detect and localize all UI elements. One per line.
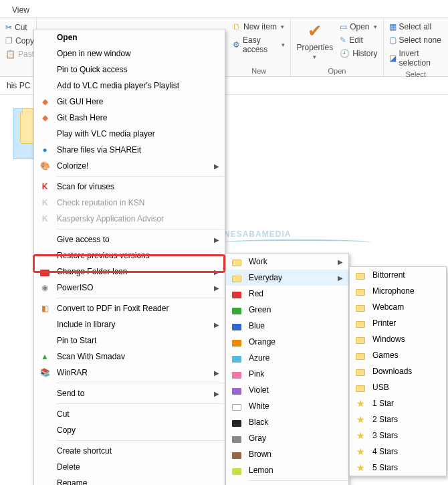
sub2-usb[interactable]: USB	[350, 379, 446, 395]
foxit-icon: ◧	[39, 303, 50, 314]
folder-brown-icon	[231, 449, 242, 460]
sub-red[interactable]: Red	[226, 286, 348, 302]
folder-icon	[355, 270, 366, 280]
ctx-restore-previous[interactable]: Restore previous versions	[34, 248, 225, 264]
new-item-label: New item	[243, 22, 277, 31]
ctx-ksn[interactable]: KCheck reputation in KSN	[34, 195, 225, 211]
invert-selection-button[interactable]: ◪ Invert selection	[389, 47, 443, 69]
folder-orange-icon	[231, 336, 242, 347]
ctx-scan-viruses[interactable]: KScan for viruses	[34, 179, 225, 195]
folder-black-icon	[231, 417, 242, 427]
chevron-right-icon: ▶	[214, 284, 219, 292]
sub2-microphone[interactable]: Microphone	[350, 283, 446, 299]
history-button[interactable]: 🕘 History	[340, 47, 377, 60]
ctx-colorize[interactable]: 🎨Colorize!▶	[34, 158, 225, 174]
select-all-button[interactable]: ▦ Select all	[389, 21, 443, 33]
ctx-winrar[interactable]: 📚WinRAR▶	[34, 365, 225, 381]
ctx-rename[interactable]: Rename	[34, 475, 225, 485]
git-icon: ◆	[39, 112, 50, 123]
properties-button[interactable]: ✔ Properties ▾	[296, 21, 333, 60]
ctx-vlc-add-playlist[interactable]: Add to VLC media player's Playlist	[34, 78, 225, 94]
chevron-right-icon: ▶	[214, 268, 219, 276]
ctx-copy[interactable]: Copy	[34, 422, 225, 438]
easy-access-button[interactable]: ⚙ Easy access ▾	[233, 34, 285, 56]
chevron-down-icon: ▾	[281, 23, 284, 30]
ctx-git-bash[interactable]: ◆Git Bash Here	[34, 110, 225, 126]
select-none-button[interactable]: ▢ Select none	[389, 34, 443, 46]
sub-green[interactable]: Green	[226, 302, 348, 318]
copy-button[interactable]: ❐ Copy	[5, 35, 31, 47]
sub-black[interactable]: Black	[226, 414, 348, 430]
folder-icon	[355, 382, 366, 393]
ribbon-new-group: 🗋 New item ▾ ⚙ Easy access ▾ New	[227, 18, 291, 76]
ctx-send-to[interactable]: Send to▶	[34, 385, 225, 401]
ctx-give-access[interactable]: Give access to▶	[34, 231, 225, 248]
sub-everyday[interactable]: Everyday▶	[226, 270, 348, 286]
ctx-smadav[interactable]: ▲Scan With Smadav	[34, 349, 225, 365]
folder-red-icon	[231, 288, 242, 299]
sub-brown[interactable]: Brown	[226, 446, 348, 462]
sub2-3stars[interactable]: ★3 Stars	[350, 427, 446, 444]
chevron-down-icon: ▾	[374, 23, 377, 30]
sub-orange[interactable]: Orange	[226, 334, 348, 350]
sub2-2stars[interactable]: ★2 Stars	[350, 411, 446, 427]
sub-work[interactable]: Work▶	[226, 254, 348, 270]
open-button[interactable]: ▭ Open ▾	[340, 21, 377, 33]
sub-blue[interactable]: Blue	[226, 318, 348, 334]
sub-violet[interactable]: Violet	[226, 382, 348, 398]
new-item-icon: 🗋	[233, 22, 241, 31]
sub-lemon[interactable]: Lemon	[226, 462, 348, 478]
folder-icon	[231, 256, 242, 267]
ribbon-tabstrip: View	[0, 0, 448, 18]
ctx-delete[interactable]: Delete	[34, 459, 225, 475]
cut-button[interactable]: ✂ Cut	[5, 21, 31, 33]
kaspersky-icon: K	[39, 213, 50, 224]
edit-button[interactable]: ✎ Edit	[340, 34, 377, 46]
chevron-right-icon: ▶	[214, 236, 219, 244]
sub-gray[interactable]: Gray	[226, 430, 348, 446]
ctx-cut[interactable]: Cut	[34, 406, 225, 422]
sub2-5stars[interactable]: ★5 Stars	[350, 460, 446, 476]
ctx-pin-start[interactable]: Pin to Start	[34, 332, 225, 349]
sub-pink[interactable]: Pink	[226, 366, 348, 382]
ctx-shareit[interactable]: ●Share files via SHAREit	[34, 142, 225, 158]
properties-icon: ✔	[308, 21, 322, 41]
ctx-open-new-window[interactable]: Open in new window	[34, 45, 225, 62]
sub-azure[interactable]: Azure	[226, 350, 348, 366]
sub2-webcam[interactable]: Webcam	[350, 299, 446, 315]
ctx-create-shortcut[interactable]: Create shortcut	[34, 443, 225, 459]
sub2-bittorrent[interactable]: Bittorrent	[350, 267, 446, 283]
sub2-printer[interactable]: Printer	[350, 315, 446, 331]
ctx-change-folder-icon[interactable]: Change Folder Icon▶	[34, 264, 225, 280]
watermark: NESABAMEDIA	[224, 221, 291, 241]
kaspersky-icon: K	[39, 197, 50, 208]
ctx-kaspersky-advisor[interactable]: KKaspersky Application Advisor	[34, 211, 225, 227]
ctx-foxit[interactable]: ◧Convert to PDF in Foxit Reader	[34, 300, 225, 316]
new-item-button[interactable]: 🗋 New item ▾	[233, 21, 285, 33]
ctx-git-gui[interactable]: ◆Git GUI Here	[34, 94, 225, 110]
sub-white[interactable]: White	[226, 398, 348, 414]
star-icon: ★	[355, 462, 366, 473]
separator	[249, 480, 348, 481]
ctx-open[interactable]: Open	[34, 29, 225, 45]
shareit-icon: ●	[39, 144, 50, 155]
sub2-1star[interactable]: ★1 Star	[350, 395, 446, 411]
ctx-vlc-play[interactable]: Play with VLC media player	[34, 126, 225, 142]
folder-white-icon	[231, 401, 242, 411]
sub2-4stars[interactable]: ★4 Stars	[350, 444, 446, 460]
folder-violet-icon	[231, 385, 242, 395]
paste-button[interactable]: 📋 Paste	[5, 48, 31, 60]
tab-view[interactable]: View	[7, 3, 35, 17]
group-label-select: Select	[389, 69, 443, 78]
ctx-include-library[interactable]: Include in library▶	[34, 316, 225, 332]
chevron-right-icon: ▶	[338, 258, 343, 266]
sub2-downloads[interactable]: Downloads	[350, 363, 446, 379]
breadcrumb-thispc[interactable]: his PC	[7, 81, 30, 90]
easy-access-label: Easy access	[243, 35, 277, 54]
separator	[57, 440, 224, 441]
ctx-pin-quick-access[interactable]: Pin to Quick access	[34, 62, 225, 78]
sub2-games[interactable]: Games	[350, 347, 446, 363]
folder-blue-icon	[231, 320, 242, 331]
sub2-windows[interactable]: Windows	[350, 331, 446, 347]
ctx-poweriso[interactable]: ◉PowerISO▶	[34, 280, 225, 296]
